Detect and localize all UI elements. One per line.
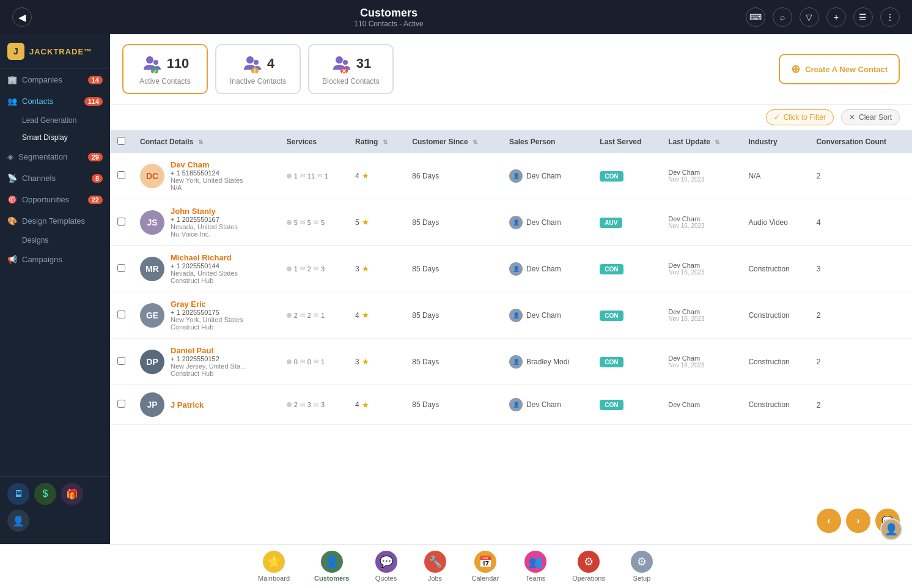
- contact-name[interactable]: Dev Cham: [171, 160, 243, 169]
- star-icon: ★: [362, 264, 369, 273]
- table-row[interactable]: JP J Patrick 2 ✉ 3 ✉ 3 4 ★ 85 Days: [110, 385, 912, 425]
- create-contact-button[interactable]: ⊕ Create A New Contact: [779, 54, 900, 84]
- clear-sort-button[interactable]: ✕ Clear Sort: [841, 109, 900, 125]
- list-icon[interactable]: ☰: [853, 7, 873, 27]
- select-all-checkbox[interactable]: [117, 137, 125, 145]
- row-checkbox[interactable]: [117, 400, 125, 408]
- nav-calendar[interactable]: 📅 Calendar: [460, 546, 512, 587]
- sidebar-bottom-monitor-icon[interactable]: 🖥: [7, 483, 29, 505]
- search-icon[interactable]: ⌕: [773, 7, 792, 27]
- sidebar-item-contacts[interactable]: 👥 Contacts 114: [0, 90, 110, 112]
- campaigns-icon: 📢: [7, 255, 17, 264]
- services-td: 0 ✉ 0 ✉ 1: [279, 339, 348, 385]
- row-checkbox[interactable]: [117, 264, 125, 272]
- nav-teams[interactable]: 👥 Teams: [511, 546, 560, 587]
- conv-count: 2: [816, 311, 820, 320]
- nav-customers[interactable]: 👤 Customers: [302, 546, 361, 587]
- sidebar-item-campaigns[interactable]: 📢 Campaigns: [0, 249, 110, 270]
- sidebar: J JACKTRADE™ 🏢 Companies 14 👥 Contacts 1…: [0, 34, 110, 544]
- table-row[interactable]: DC Dev Cham + 1 5185550124 New York, Uni…: [110, 153, 912, 199]
- active-contacts-card[interactable]: ✓ 110 Active Contacts: [122, 44, 208, 94]
- sidebar-item-channels[interactable]: 📡 Channels 8: [0, 167, 110, 189]
- services-cell: 2 ✉ 2 ✉ 1: [287, 312, 340, 319]
- nav-quotes[interactable]: 💬 Quotes: [362, 546, 411, 587]
- prev-page-button[interactable]: ‹: [817, 509, 841, 533]
- sidebar-item-segmentation[interactable]: ◈ Segmentation 29: [0, 146, 110, 167]
- add-icon[interactable]: +: [826, 7, 846, 27]
- contact-location: New Jersey, United Sta...: [171, 362, 246, 370]
- filter-icon[interactable]: ▽: [800, 7, 819, 27]
- svg-point-4: [246, 56, 254, 64]
- table-row[interactable]: DP Daniel Paul + 1 2025550152 New Jersey…: [110, 339, 912, 385]
- table-row[interactable]: JS John Stanly + 1 2025550167 Nevada, Un…: [110, 199, 912, 246]
- star-icon: ★: [362, 171, 369, 180]
- sidebar-bottom-gift-icon[interactable]: 🎁: [61, 483, 83, 505]
- row-checkbox-cell[interactable]: [110, 292, 133, 339]
- rating-number: 4: [355, 400, 359, 409]
- nav-jobs[interactable]: 🔧 Jobs: [411, 546, 460, 587]
- sidebar-item-design-templates[interactable]: 🎨 Design Templates: [0, 210, 110, 232]
- col-last-served: Last Served: [592, 131, 661, 153]
- next-page-button[interactable]: ›: [846, 509, 870, 533]
- last-served-tag: CON: [600, 264, 623, 274]
- row-checkbox-cell[interactable]: [110, 339, 133, 385]
- row-checkbox[interactable]: [117, 218, 125, 226]
- update-by: Dev Cham: [668, 401, 734, 408]
- services-td: 5 ✉ 5 ✉ 5: [279, 199, 348, 246]
- active-contacts-icon: ✓: [141, 53, 163, 75]
- sp-avatar: 👤: [509, 309, 523, 322]
- contact-name[interactable]: Gray Eric: [171, 300, 243, 309]
- row-checkbox[interactable]: [117, 171, 125, 179]
- more-icon[interactable]: ⋮: [880, 7, 900, 27]
- select-all-header[interactable]: [110, 131, 133, 153]
- last-served-tag: CON: [600, 357, 623, 367]
- sidebar-bottom-dollar-icon[interactable]: $: [34, 483, 56, 505]
- contact-name[interactable]: J Patrick: [171, 400, 204, 410]
- companies-badge: 14: [88, 76, 103, 84]
- table-row[interactable]: GE Gray Eric + 1 2025550175 New York, Un…: [110, 292, 912, 339]
- sidebar-item-opportunities[interactable]: 🎯 Opportunities 22: [0, 189, 110, 210]
- sidebar-item-smart-display[interactable]: Smart Display: [0, 129, 110, 146]
- services-cell: 0 ✉ 0 ✉ 1: [287, 358, 340, 366]
- page-title: Customers: [354, 7, 423, 20]
- conv-count: 3: [816, 264, 820, 273]
- contacts-badge: 114: [84, 97, 103, 106]
- sidebar-item-companies[interactable]: 🏢 Companies 14: [0, 69, 110, 90]
- sidebar-logo: J JACKTRADE™: [0, 34, 110, 69]
- row-checkbox-cell[interactable]: [110, 246, 133, 292]
- sp-avatar: 👤: [509, 355, 523, 369]
- table-row[interactable]: MR Michael Richard + 1 2025550144 Nevada…: [110, 246, 912, 292]
- sidebar-item-designs[interactable]: Designs: [0, 232, 110, 249]
- contact-phone: + 1 2025550152: [171, 355, 246, 362]
- user-profile-corner[interactable]: 👤: [880, 518, 902, 540]
- sidebar-item-lead-generation[interactable]: Lead Generation: [0, 112, 110, 129]
- nav-mainboard[interactable]: ⭐ Mainboard: [246, 546, 302, 587]
- row-checkbox-cell[interactable]: [110, 385, 133, 425]
- last-update-cell: Dev Cham Nov 16, 2023: [661, 246, 741, 292]
- inactive-contacts-card[interactable]: ! 4 Inactive Contacts: [215, 44, 301, 94]
- contact-name[interactable]: Michael Richard: [171, 253, 238, 262]
- star-icon: ★: [362, 218, 369, 227]
- contact-avatar: GE: [140, 303, 164, 328]
- row-checkbox-cell[interactable]: [110, 153, 133, 199]
- contact-name[interactable]: Daniel Paul: [171, 346, 246, 355]
- industry-cell: Construction: [741, 385, 809, 425]
- nav-setup[interactable]: ⚙ Setup: [617, 546, 666, 587]
- click-to-filter-button[interactable]: ✓ Click to Filter: [766, 109, 834, 125]
- row-checkbox[interactable]: [117, 357, 125, 365]
- customer-since-cell: 85 Days: [405, 246, 502, 292]
- logo-icon: J: [7, 43, 24, 60]
- last-update-cell: Dev Cham Nov 16, 2023: [661, 199, 741, 246]
- keyboard-icon[interactable]: ⌨: [746, 7, 765, 27]
- row-checkbox-cell[interactable]: [110, 199, 133, 246]
- back-button[interactable]: ◀: [12, 7, 32, 27]
- row-checkbox[interactable]: [117, 311, 125, 318]
- blocked-contacts-card[interactable]: 31 Blocked Contacts: [308, 44, 394, 94]
- contact-details-cell: DC Dev Cham + 1 5185550124 New York, Uni…: [133, 153, 279, 199]
- sidebar-bottom-users-icon[interactable]: 👤: [7, 510, 29, 532]
- sales-person-cell: 👤 Bradley Modi: [502, 339, 592, 385]
- days-badge: 86 Days: [412, 172, 495, 180]
- days-badge: 85 Days: [412, 358, 495, 366]
- contact-name[interactable]: John Stanly: [171, 207, 238, 216]
- nav-operations[interactable]: ⚙ Operations: [560, 546, 617, 587]
